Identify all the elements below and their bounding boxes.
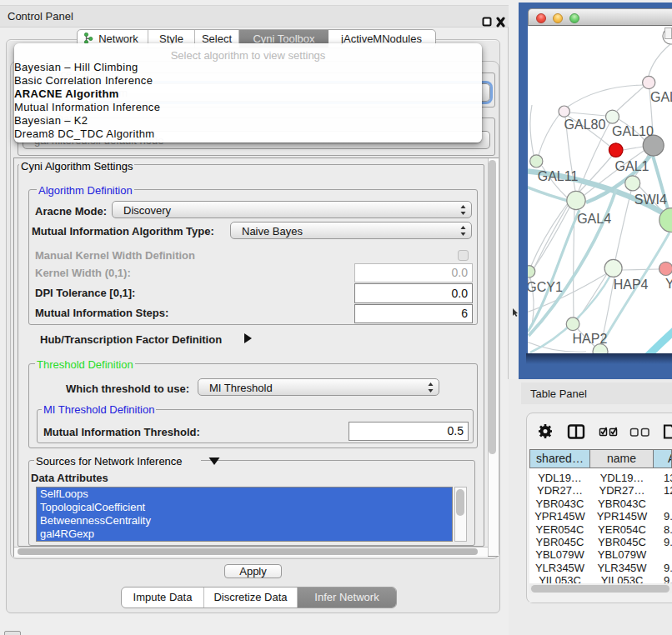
svg-text:GAL1: GAL1 [615, 159, 649, 173]
svg-text:GAL7: GAL7 [650, 90, 672, 104]
svg-text:SWI4: SWI4 [634, 192, 667, 207]
svg-text:HAP4: HAP4 [614, 278, 649, 292]
svg-text:GCY1: GCY1 [528, 280, 563, 294]
svg-text:Y: Y [665, 277, 672, 291]
svg-text:GAL10: GAL10 [612, 124, 654, 138]
svg-text:GAL80: GAL80 [564, 118, 606, 132]
svg-text:GAL4: GAL4 [577, 212, 611, 226]
svg-text:HAP2: HAP2 [573, 332, 608, 346]
svg-text:GAL11: GAL11 [538, 169, 579, 183]
